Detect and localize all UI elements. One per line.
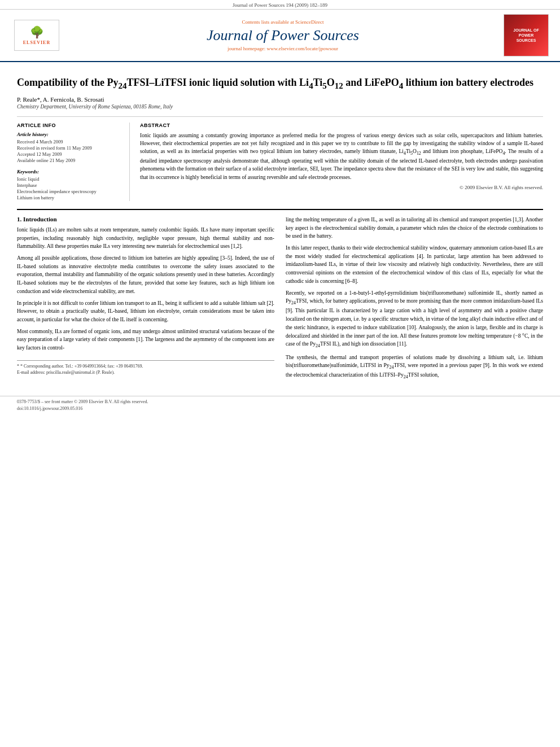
corresponding-label: * Corresponding author. <box>20 364 64 369</box>
bottom-info: 0378-7753/$ – see front matter © 2009 El… <box>17 399 148 412</box>
intro-para-4: Most commonly, ILs are formed of organic… <box>17 327 274 352</box>
journal-name: Journal of Power Sources <box>62 27 504 44</box>
affiliation-text: Chemistry Department, University of Rome… <box>17 104 173 110</box>
copyright-text: © 2009 Elsevier B.V. All rights reserved… <box>140 185 543 190</box>
received-date: Received 4 March 2009 <box>17 139 123 145</box>
elsevier-logo: 🌳 ELSEVIER <box>11 20 62 51</box>
article-info-heading: ARTICLE INFO <box>17 123 123 128</box>
available-online-date: Available online 21 May 2009 <box>17 158 123 163</box>
received-revised-date: Received in revised form 11 May 2009 <box>17 145 123 151</box>
section-title-text: Introduction <box>23 216 57 222</box>
article-info-column: ARTICLE INFO Article history: Received 4… <box>17 123 130 201</box>
power-sources-logo-text: JOURNAL OFPOWERSOURCES <box>513 28 539 43</box>
elsevier-brand-text: ELSEVIER <box>23 40 50 45</box>
bottom-bar: 0378-7753/$ – see front matter © 2009 El… <box>0 396 560 414</box>
introduction-heading: 1. Introduction <box>17 216 274 222</box>
keyword-3: Electrochemical impedance spectroscopy <box>17 189 123 194</box>
journal-homepage-line: journal homepage: www.elsevier.com/locat… <box>62 46 504 51</box>
abstract-text: Ionic liquids are assuming a constantly … <box>140 132 543 181</box>
section-number: 1. <box>17 216 21 222</box>
intro-para-3: In principle it is not difficult to conf… <box>17 299 274 324</box>
article-title: Compatibility of the Py24TFSI–LiTFSI ion… <box>17 76 543 91</box>
abstract-column: ABSTRACT Ionic liquids are assuming a co… <box>140 123 543 201</box>
keyword-2: Interphase <box>17 182 123 188</box>
journal-title-center: Contents lists available at ScienceDirec… <box>62 19 504 51</box>
main-right-column: ling the melting temperature of a given … <box>286 216 543 385</box>
authors: P. Reale*, A. Fernicola, B. Scrosati <box>17 96 543 103</box>
doi-text: doi:10.1016/j.jpowsour.2009.05.016 <box>17 405 148 412</box>
issn-text: 0378-7753/$ – see front matter © 2009 El… <box>17 399 148 405</box>
power-sources-logo: JOURNAL OFPOWERSOURCES <box>504 14 549 56</box>
intro-para-2: Among all possible applications, those d… <box>17 254 274 296</box>
journal-header: 🌳 ELSEVIER Contents lists available at S… <box>0 10 560 62</box>
accepted-date: Accepted 12 May 2009 <box>17 151 123 157</box>
right-para-1: ling the melting temperature of a given … <box>286 216 543 241</box>
footnote-email: E-mail address: priscilla.reale@uniromal… <box>17 369 274 375</box>
affiliation: Chemistry Department, University of Rome… <box>17 104 543 110</box>
citation-text: Journal of Power Sources 194 (2009) 182–… <box>233 2 327 8</box>
footnote-tel: Tel.: +39 0649913664; fax: +39 06491769. <box>65 364 143 369</box>
intro-para-1: Ionic liquids (ILs) are molten salts at … <box>17 226 274 251</box>
elsevier-tree-icon: 🌳 <box>30 25 44 39</box>
homepage-url[interactable]: www.elsevier.com/locate/jpowsour <box>267 46 338 51</box>
sciencedirect-line: Contents lists available at ScienceDirec… <box>62 19 504 25</box>
keywords-section: Keywords: Ionic liquid Interphase Electr… <box>17 169 123 200</box>
footnote-corresponding: * * Corresponding author. Tel.: +39 0649… <box>17 363 274 369</box>
authors-text: P. Reale*, A. Fernicola, B. Scrosati <box>17 96 104 103</box>
history-label: Article history: <box>17 132 123 137</box>
sciencedirect-name[interactable]: ScienceDirect <box>295 19 323 25</box>
main-left-column: 1. Introduction Ionic liquids (ILs) are … <box>17 216 274 385</box>
journal-citation: Journal of Power Sources 194 (2009) 182–… <box>0 0 560 10</box>
elsevier-logo-box: 🌳 ELSEVIER <box>14 20 59 51</box>
info-abstract-section: ARTICLE INFO Article history: Received 4… <box>17 116 543 201</box>
contents-label: Contents lists available at <box>242 19 294 25</box>
footnote-section: * * Corresponding author. Tel.: +39 0649… <box>17 360 274 375</box>
keyword-1: Ionic liquid <box>17 176 123 182</box>
homepage-label: journal homepage: <box>228 46 265 51</box>
right-para-2: In this latter respect, thanks to their … <box>286 244 543 286</box>
keywords-label: Keywords: <box>17 169 123 174</box>
keyword-4: Lithium ion battery <box>17 195 123 200</box>
main-content: 1. Introduction Ionic liquids (ILs) are … <box>17 209 543 385</box>
right-para-4: The synthesis, the thermal and transport… <box>286 353 543 381</box>
right-para-3: Recently, we reported on a 1-n-butyl-1-e… <box>286 289 543 350</box>
abstract-heading: ABSTRACT <box>140 123 543 128</box>
article-body: Compatibility of the Py24TFSI–LiTFSI ion… <box>0 62 560 390</box>
